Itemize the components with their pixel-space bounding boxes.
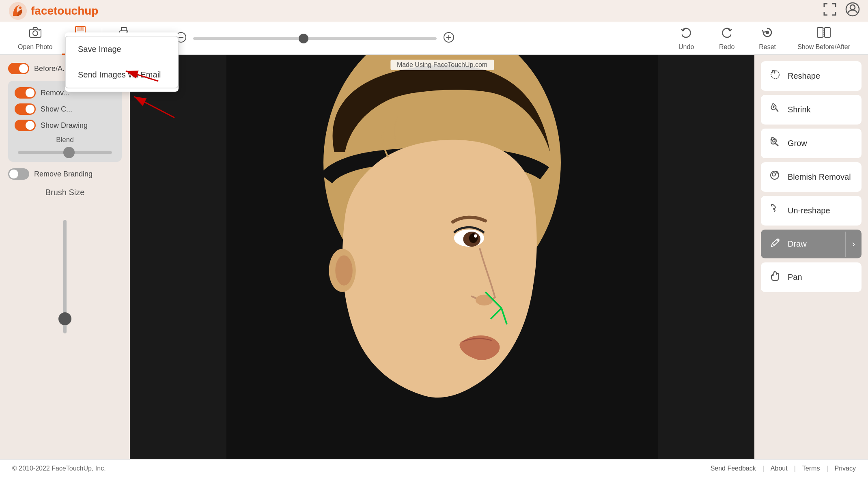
before-after-toggle[interactable] bbox=[8, 63, 29, 74]
un-reshape-tool-button[interactable]: Un-reshape bbox=[761, 196, 862, 226]
remove-toggle[interactable] bbox=[15, 87, 36, 99]
show-c-toggle[interactable] bbox=[15, 103, 36, 115]
save-dropdown: Save Image Send Images via Email bbox=[65, 32, 179, 92]
send-email-menu-item[interactable]: Send Images via Email bbox=[66, 62, 178, 88]
right-panel: Reshape Shrink bbox=[754, 55, 868, 459]
blemish-removal-tool-button[interactable]: Blemish Removal bbox=[761, 162, 862, 192]
save-image-menu-item[interactable]: Save Image bbox=[66, 37, 178, 62]
draw-tool-container: Draw › bbox=[761, 230, 862, 258]
draw-tool-arrow-button[interactable]: › bbox=[845, 232, 862, 257]
blend-slider[interactable] bbox=[18, 151, 112, 154]
toolbar-actions: Undo Redo Reset bbox=[666, 23, 860, 54]
svg-point-32 bbox=[773, 106, 774, 108]
pan-tool-button[interactable]: Pan bbox=[761, 262, 862, 292]
watermark: Made Using FaceTouchUp.com bbox=[390, 60, 494, 70]
svg-point-35 bbox=[772, 173, 775, 176]
fullscreen-button[interactable] bbox=[823, 2, 837, 20]
svg-point-25 bbox=[335, 256, 353, 286]
svg-point-36 bbox=[776, 172, 778, 174]
show-c-toggle-row: Show C... bbox=[15, 103, 115, 115]
privacy-link[interactable]: Privacy bbox=[835, 465, 856, 472]
svg-point-0 bbox=[9, 2, 27, 20]
show-before-after-label: Show Before/After bbox=[797, 43, 850, 51]
shrink-icon bbox=[769, 102, 781, 117]
svg-rect-8 bbox=[77, 26, 84, 30]
reshape-icon bbox=[769, 69, 781, 84]
svg-point-33 bbox=[773, 140, 775, 142]
draw-tool-label: Draw bbox=[788, 239, 807, 249]
about-link[interactable]: About bbox=[771, 465, 788, 472]
undo-icon bbox=[680, 26, 693, 42]
open-photo-button[interactable]: Open Photo bbox=[8, 23, 62, 54]
zoom-plus-button[interactable] bbox=[442, 30, 456, 47]
reshape-tool-label: Reshape bbox=[788, 71, 820, 81]
pan-tool-label: Pan bbox=[788, 273, 802, 282]
settings-box: Remov... Show C... Show Drawing Blend bbox=[8, 81, 122, 162]
undo-button[interactable]: Undo bbox=[666, 23, 706, 54]
footer-sep-3: | bbox=[826, 465, 828, 472]
main-area: Before/A... Remov... Show C... Show Draw… bbox=[0, 55, 868, 459]
terms-link[interactable]: Terms bbox=[802, 465, 820, 472]
redo-icon bbox=[720, 26, 733, 42]
remove-branding-label: Remove Branding bbox=[34, 170, 93, 178]
header-right bbox=[823, 2, 860, 20]
face-canvas bbox=[130, 55, 754, 459]
svg-rect-20 bbox=[825, 28, 830, 37]
brush-slider-container bbox=[8, 204, 122, 333]
remove-branding-toggle[interactable] bbox=[8, 168, 29, 180]
camera-icon bbox=[29, 26, 42, 42]
draw-icon bbox=[769, 237, 781, 251]
unreshape-icon bbox=[769, 203, 781, 218]
footer: © 2010-2022 FaceTouchUp, Inc. Send Feedb… bbox=[0, 459, 868, 477]
zoom-area: Zoom bbox=[142, 30, 666, 47]
dropdown-border: Save Image Send Images via Email bbox=[65, 36, 179, 88]
show-drawing-toggle[interactable] bbox=[15, 120, 36, 131]
show-drawing-toggle-label: Show Drawing bbox=[41, 121, 88, 130]
reset-label: Reset bbox=[759, 43, 776, 51]
brush-size-label: Brush Size bbox=[8, 188, 122, 197]
draw-tool-button[interactable]: Draw bbox=[761, 230, 845, 258]
remove-branding-row: Remove Branding bbox=[8, 168, 122, 180]
blemish-icon bbox=[769, 170, 781, 185]
grow-icon bbox=[769, 136, 781, 151]
shrink-tool-button[interactable]: Shrink bbox=[761, 95, 862, 125]
svg-point-29 bbox=[474, 234, 477, 238]
show-before-after-button[interactable]: Show Before/After bbox=[788, 23, 860, 54]
zoom-slider[interactable] bbox=[193, 37, 437, 40]
open-photo-label: Open Photo bbox=[18, 43, 52, 51]
redo-button[interactable]: Redo bbox=[706, 23, 747, 54]
svg-point-37 bbox=[773, 208, 775, 210]
undo-label: Undo bbox=[678, 43, 694, 51]
reset-icon bbox=[761, 26, 774, 42]
blend-section: Blend bbox=[15, 136, 115, 155]
grow-tool-label: Grow bbox=[788, 139, 807, 148]
un-reshape-tool-label: Un-reshape bbox=[788, 206, 830, 215]
send-feedback-link[interactable]: Send Feedback bbox=[711, 465, 756, 472]
svg-point-5 bbox=[33, 31, 38, 36]
logo: facetouchup bbox=[8, 1, 98, 21]
logo-face: face bbox=[31, 4, 54, 17]
user-button[interactable] bbox=[845, 2, 860, 20]
blemish-removal-tool-label: Blemish Removal bbox=[788, 172, 851, 182]
svg-point-38 bbox=[777, 239, 779, 241]
blend-label: Blend bbox=[15, 136, 115, 144]
pan-icon bbox=[769, 270, 781, 285]
svg-point-18 bbox=[766, 31, 769, 34]
svg-point-1 bbox=[19, 6, 22, 9]
reshape-tool-button[interactable]: Reshape bbox=[761, 61, 862, 91]
svg-rect-6 bbox=[39, 30, 40, 31]
show-c-toggle-label: Show C... bbox=[41, 105, 72, 114]
show-drawing-toggle-row: Show Drawing bbox=[15, 120, 115, 131]
copyright-text: © 2010-2022 FaceTouchUp, Inc. bbox=[12, 465, 106, 472]
reset-button[interactable]: Reset bbox=[747, 23, 788, 54]
logo-text: facetouchup bbox=[31, 4, 98, 17]
canvas-area[interactable]: Made Using FaceTouchUp.com bbox=[130, 55, 754, 459]
left-panel: Before/A... Remov... Show C... Show Draw… bbox=[0, 55, 130, 459]
blend-slider-container bbox=[15, 148, 115, 155]
before-after-icon bbox=[816, 26, 831, 42]
brush-thumb[interactable] bbox=[58, 312, 71, 325]
svg-rect-19 bbox=[817, 28, 823, 37]
redo-label: Redo bbox=[719, 43, 734, 51]
grow-tool-button[interactable]: Grow bbox=[761, 129, 862, 158]
shrink-tool-label: Shrink bbox=[788, 105, 811, 114]
